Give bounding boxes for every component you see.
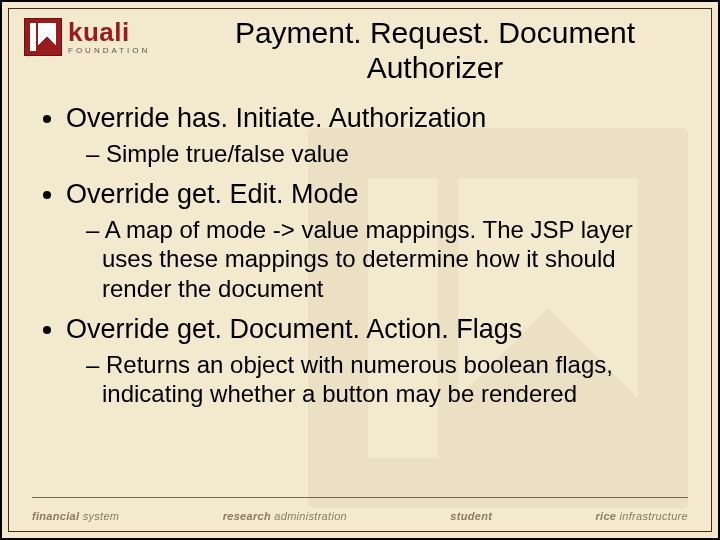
slide-title: Payment. Request. Document Authorizer bbox=[192, 16, 678, 85]
footer-research: research administration bbox=[223, 510, 347, 522]
kuali-logo: kuali FOUNDATION bbox=[24, 18, 150, 56]
slide: kuali FOUNDATION Payment. Request. Docum… bbox=[0, 0, 720, 540]
slide-body: Override has. Initiate. Authorization Si… bbox=[32, 102, 688, 418]
logo-subtitle: FOUNDATION bbox=[68, 47, 150, 55]
footer-rice: rice infrastructure bbox=[595, 510, 688, 522]
bullet-3-text: Override get. Document. Action. Flags bbox=[66, 314, 522, 344]
footer-financial: financial system bbox=[32, 510, 119, 522]
bullet-3: Override get. Document. Action. Flags Re… bbox=[66, 313, 688, 408]
footer-student: student bbox=[450, 510, 492, 522]
logo-text: kuali FOUNDATION bbox=[68, 19, 150, 55]
title-line-2: Authorizer bbox=[367, 51, 504, 84]
bullet-2-sub: A map of mode -> value mappings. The JSP… bbox=[66, 215, 688, 303]
bullet-1-sub: Simple true/false value bbox=[66, 139, 688, 168]
bullet-2-text: Override get. Edit. Mode bbox=[66, 179, 359, 209]
footer-divider bbox=[32, 497, 688, 498]
bullet-2-sub-1: A map of mode -> value mappings. The JSP… bbox=[86, 215, 688, 303]
bullet-3-sub: Returns an object with numerous boolean … bbox=[66, 350, 688, 409]
title-line-1: Payment. Request. Document bbox=[235, 16, 635, 49]
bullet-3-sub-1: Returns an object with numerous boolean … bbox=[86, 350, 688, 409]
bullet-1: Override has. Initiate. Authorization Si… bbox=[66, 102, 688, 168]
bullet-2: Override get. Edit. Mode A map of mode -… bbox=[66, 178, 688, 303]
footer: financial system research administration… bbox=[32, 510, 688, 522]
bullet-1-text: Override has. Initiate. Authorization bbox=[66, 103, 486, 133]
bullet-list: Override has. Initiate. Authorization Si… bbox=[32, 102, 688, 408]
logo-k-icon bbox=[24, 18, 62, 56]
bullet-1-sub-1: Simple true/false value bbox=[86, 139, 688, 168]
logo-word: kuali bbox=[68, 19, 150, 45]
